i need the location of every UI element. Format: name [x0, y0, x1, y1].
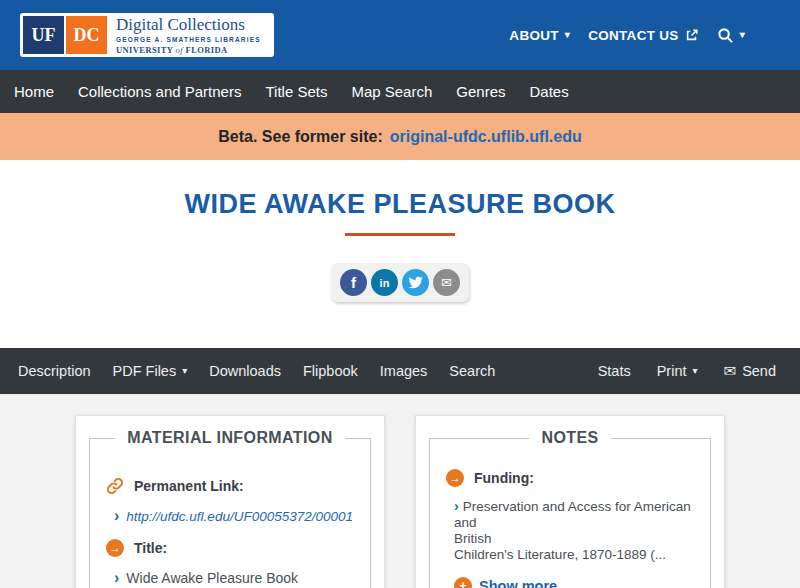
- logo-subtitle: GEORGE A. SMATHERS LIBRARIES: [116, 36, 261, 43]
- material-information-fieldset: MATERIAL INFORMATION Permanent Link: › h…: [89, 429, 371, 588]
- title-section: WIDE AWAKE PLEASURE BOOK f in ✉: [0, 160, 800, 348]
- toolbar-pdf-files[interactable]: PDF Files ▾: [113, 363, 188, 379]
- external-link-icon: [685, 28, 699, 42]
- caret-down-icon: ▾: [182, 366, 187, 376]
- toolbar-description[interactable]: Description: [18, 363, 91, 379]
- beta-banner: Beta. See former site: original-ufdc.ufl…: [0, 113, 800, 160]
- chevron-right-icon: ›: [454, 498, 459, 514]
- envelope-icon: ✉: [724, 362, 737, 380]
- content-area: MATERIAL INFORMATION Permanent Link: › h…: [0, 394, 800, 588]
- nav-item-title-sets[interactable]: Title Sets: [265, 83, 327, 100]
- caret-down-icon: ▾: [565, 30, 570, 40]
- twitter-icon: [408, 275, 423, 290]
- dc-logo-square: DC: [66, 16, 107, 54]
- arrow-right-circle-icon: →: [446, 469, 464, 487]
- main-nav: Home Collections and Partners Title Sets…: [0, 70, 800, 113]
- permanent-link-label: Permanent Link:: [134, 478, 244, 494]
- social-share-box: f in ✉: [331, 263, 469, 302]
- search-icon: [717, 27, 734, 44]
- toolbar-print[interactable]: Print ▾: [657, 363, 698, 379]
- material-information-card: MATERIAL INFORMATION Permanent Link: › h…: [75, 415, 385, 588]
- chevron-right-icon: ›: [114, 570, 119, 586]
- logo-institution: UNIVERSITY of FLORIDA: [116, 45, 261, 55]
- page-title: WIDE AWAKE PLEASURE BOOK: [0, 189, 800, 220]
- notes-heading: NOTES: [529, 429, 610, 447]
- header-links: ABOUT ▾ CONTACT US ▾: [509, 27, 745, 44]
- funding-row: → Funding:: [446, 469, 700, 487]
- arrow-right-circle-icon: →: [106, 539, 124, 557]
- funding-label: Funding:: [474, 470, 534, 486]
- envelope-icon: ✉: [441, 275, 452, 290]
- toolbar-send[interactable]: ✉ Send: [724, 362, 776, 380]
- linkedin-icon: in: [380, 277, 390, 289]
- contact-us-link[interactable]: CONTACT US: [588, 28, 699, 43]
- linkedin-share-button[interactable]: in: [371, 269, 398, 296]
- about-menu[interactable]: ABOUT ▾: [509, 28, 570, 43]
- former-site-link[interactable]: original-ufdc.uflib.ufl.edu: [390, 128, 582, 146]
- toolbar-left: Description PDF Files ▾ Downloads Flipbo…: [18, 363, 495, 379]
- nav-item-collections-and-partners[interactable]: Collections and Partners: [78, 83, 241, 100]
- funding-value: ›Preservation and Access for American an…: [454, 499, 700, 563]
- permanent-link-row: Permanent Link:: [106, 477, 360, 495]
- toolbar-downloads[interactable]: Downloads: [209, 363, 281, 379]
- toolbar-flipbook[interactable]: Flipbook: [303, 363, 358, 379]
- item-toolbar: Description PDF Files ▾ Downloads Flipbo…: [0, 348, 800, 394]
- notes-card: NOTES → Funding: ›Preservation and Acces…: [415, 415, 725, 588]
- facebook-icon: f: [351, 274, 356, 291]
- title-label: Title:: [134, 540, 167, 556]
- nav-item-dates[interactable]: Dates: [529, 83, 568, 100]
- site-header: UF DC Digital Collections GEORGE A. SMAT…: [0, 0, 800, 70]
- link-chain-icon: [106, 477, 124, 495]
- twitter-share-button[interactable]: [402, 269, 429, 296]
- title-row: → Title:: [106, 539, 360, 557]
- material-information-heading: MATERIAL INFORMATION: [115, 429, 344, 447]
- facebook-share-button[interactable]: f: [340, 269, 367, 296]
- permanent-link-value-row: › http://ufdc.ufl.edu/UF00055372/00001: [114, 508, 360, 524]
- toolbar-search[interactable]: Search: [449, 363, 495, 379]
- uf-logo-square: UF: [23, 16, 64, 54]
- logo-title: Digital Collections: [116, 16, 261, 33]
- title-divider: [345, 233, 455, 236]
- title-value-row: › Wide Awake Pleasure Book: [114, 570, 360, 586]
- notes-fieldset: NOTES → Funding: ›Preservation and Acces…: [429, 429, 711, 588]
- search-menu[interactable]: ▾: [717, 27, 745, 44]
- nav-item-home[interactable]: Home: [14, 83, 54, 100]
- permanent-link-url[interactable]: http://ufdc.ufl.edu/UF00055372/00001: [126, 509, 353, 524]
- chevron-right-icon: ›: [114, 508, 119, 524]
- nav-item-map-search[interactable]: Map Search: [351, 83, 432, 100]
- toolbar-images[interactable]: Images: [380, 363, 428, 379]
- toolbar-stats[interactable]: Stats: [598, 363, 631, 379]
- nav-item-genres[interactable]: Genres: [456, 83, 505, 100]
- show-more-button[interactable]: + Show more: [454, 577, 700, 588]
- toolbar-right: Stats Print ▾ ✉ Send: [598, 362, 776, 380]
- plus-circle-icon: +: [454, 577, 472, 588]
- title-value: Wide Awake Pleasure Book: [126, 570, 298, 586]
- beta-banner-text: Beta. See former site:: [218, 128, 383, 146]
- logo-text-block: Digital Collections GEORGE A. SMATHERS L…: [107, 16, 271, 54]
- email-share-button[interactable]: ✉: [433, 269, 460, 296]
- caret-down-icon: ▾: [693, 366, 698, 376]
- ufdc-logo[interactable]: UF DC Digital Collections GEORGE A. SMAT…: [20, 13, 274, 57]
- caret-down-icon: ▾: [740, 30, 745, 40]
